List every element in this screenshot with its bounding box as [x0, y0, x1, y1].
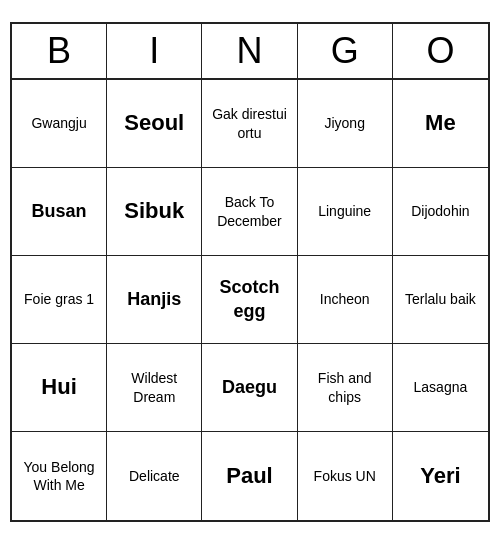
- bingo-cell: Fish and chips: [298, 344, 393, 432]
- bingo-cell: Incheon: [298, 256, 393, 344]
- bingo-cell: Daegu: [202, 344, 297, 432]
- bingo-cell: Sibuk: [107, 168, 202, 256]
- bingo-cell: Hanjis: [107, 256, 202, 344]
- header-letter: B: [12, 24, 107, 78]
- bingo-cell: Terlalu baik: [393, 256, 488, 344]
- header-letter: G: [298, 24, 393, 78]
- bingo-cell: Busan: [12, 168, 107, 256]
- bingo-cell: Fokus UN: [298, 432, 393, 520]
- bingo-cell: Foie gras 1: [12, 256, 107, 344]
- bingo-cell: Gak direstui ortu: [202, 80, 297, 168]
- bingo-cell: Scotch egg: [202, 256, 297, 344]
- header-letter: O: [393, 24, 488, 78]
- bingo-cell: You Belong With Me: [12, 432, 107, 520]
- bingo-cell: Me: [393, 80, 488, 168]
- bingo-cell: Linguine: [298, 168, 393, 256]
- bingo-cell: Delicate: [107, 432, 202, 520]
- bingo-cell: Hui: [12, 344, 107, 432]
- header-letter: N: [202, 24, 297, 78]
- bingo-grid: GwangjuSeoulGak direstui ortuJiyongMeBus…: [12, 80, 488, 520]
- bingo-cell: Back To December: [202, 168, 297, 256]
- bingo-cell: Gwangju: [12, 80, 107, 168]
- bingo-cell: Lasagna: [393, 344, 488, 432]
- bingo-cell: Seoul: [107, 80, 202, 168]
- bingo-cell: Jiyong: [298, 80, 393, 168]
- bingo-cell: Paul: [202, 432, 297, 520]
- header-letter: I: [107, 24, 202, 78]
- bingo-cell: Wildest Dream: [107, 344, 202, 432]
- bingo-header: BINGO: [12, 24, 488, 80]
- bingo-cell: Yeri: [393, 432, 488, 520]
- bingo-cell: Dijodohin: [393, 168, 488, 256]
- bingo-card: BINGO GwangjuSeoulGak direstui ortuJiyon…: [10, 22, 490, 522]
